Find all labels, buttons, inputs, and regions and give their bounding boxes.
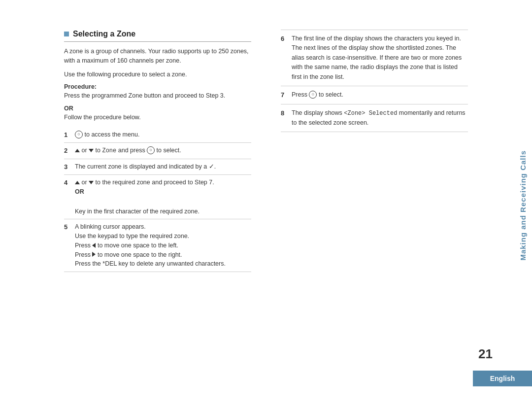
main-content: Selecting a Zone A zone is a group of ch… [64,30,468,372]
arrow-down-icon [89,149,94,152]
arrow-down-icon-4 [89,181,94,184]
side-tab: Making and Receiving Calls [513,0,532,411]
select-button-icon-7: ○ [309,91,317,99]
follow-text: Follow the procedure below. [64,113,251,122]
page-number: 21 [478,346,493,362]
page-container: Selecting a Zone A zone is a group of ch… [0,0,532,411]
step-7-number: 7 [281,90,288,100]
step-1: 1 ○ to access the menu. [64,127,251,143]
or-label-4: OR [75,187,251,197]
right-column: 6 The first line of the display shows th… [276,30,468,372]
or-label-procedure: OR [64,105,251,112]
step-5-number: 5 [64,222,71,232]
step-6: 6 The first line of the display shows th… [281,30,468,86]
zone-selected-mono: <Zone> Selected [344,110,397,117]
side-tab-text: Making and Receiving Calls [519,150,527,261]
step-7: 7 Press ○ to select. [281,86,468,104]
english-badge: English [473,371,532,386]
step-4: 4 or to the required zone and proceed to… [64,175,251,219]
procedure-text: Press the programmed Zone button and pro… [64,91,251,101]
step-6-number: 6 [281,34,288,44]
arrow-left-icon [92,243,96,248]
step-4-content: or to the required zone and proceed to S… [75,178,251,216]
steps-list-right: 6 The first line of the display shows th… [281,30,468,132]
arrow-up-icon-4 [75,181,80,184]
select-button-icon-2: ○ [147,146,155,154]
section-title-icon [64,32,69,36]
step-2-number: 2 [64,146,71,156]
step-6-content: The first line of the display shows the … [292,34,468,82]
arrow-up-icon [75,149,80,152]
intro-text-2: Use the following procedure to select a … [64,70,251,79]
left-column: Selecting a Zone A zone is a group of ch… [64,30,256,372]
arrow-right-icon [92,252,96,257]
steps-list-left: 1 ○ to access the menu. 2 or to Zone and… [64,127,251,272]
step-3: 3 The current zone is displayed and indi… [64,159,251,175]
step-8-number: 8 [281,108,288,118]
menu-button-icon: ○ [75,131,83,138]
step-4-number: 4 [64,178,71,188]
step-1-number: 1 [64,130,71,140]
step-7-content: Press ○ to select. [292,90,468,100]
step-2: 2 or to Zone and press ○ to select. [64,143,251,159]
section-title-text: Selecting a Zone [73,30,135,38]
step-8: 8 The display shows <Zone> Selected mome… [281,104,468,132]
step-3-number: 3 [64,162,71,172]
procedure-label: Procedure: [64,83,251,90]
step-1-content: ○ to access the menu. [75,130,251,139]
step-2-content: or to Zone and press ○ to select. [75,146,251,155]
step-5-content: A blinking cursor appears. Use the keypa… [75,222,251,269]
step-8-content: The display shows <Zone> Selected moment… [292,108,468,128]
step-3-content: The current zone is displayed and indica… [75,162,251,171]
section-title: Selecting a Zone [64,30,251,42]
intro-text-1: A zone is a group of channels. Your radi… [64,47,251,66]
step-5: 5 A blinking cursor appears. Use the key… [64,219,251,272]
